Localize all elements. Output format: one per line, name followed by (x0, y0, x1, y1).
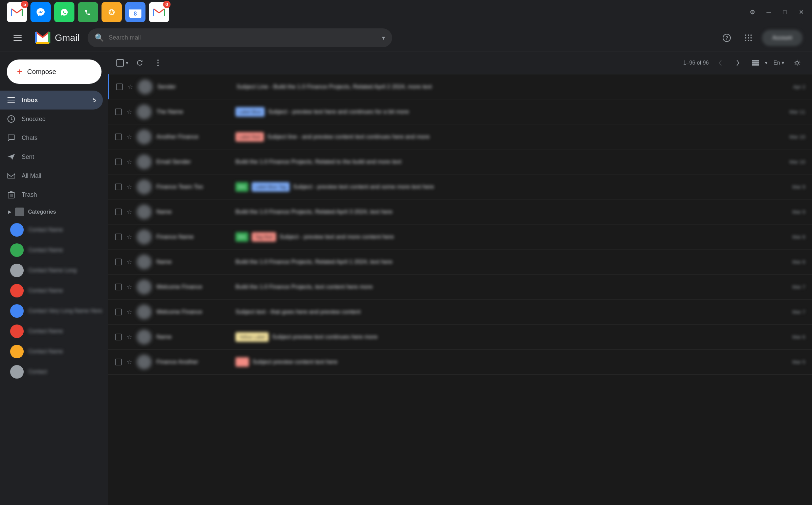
row-star[interactable]: ☆ (127, 183, 132, 191)
row-checkbox[interactable] (115, 109, 122, 115)
more-options-button[interactable] (151, 56, 165, 70)
sidebar-item-trash[interactable]: Trash (0, 185, 103, 204)
search-input[interactable] (109, 34, 377, 41)
notes-app-icon[interactable] (102, 2, 122, 22)
select-all-checkbox[interactable] (116, 59, 124, 67)
row-content: Subject Line - Build the 1.0 Finance Pro… (236, 83, 788, 90)
row-time: Mar 5 (792, 359, 805, 365)
calendar-app-icon[interactable]: 8 (125, 2, 145, 22)
contact-item-1[interactable]: Contact Name (0, 220, 108, 240)
select-all-container[interactable]: ▾ (116, 59, 128, 67)
sidebar-item-inbox[interactable]: Inbox 5 (0, 91, 103, 110)
row-subject: Subject text - that goes here and previe… (235, 309, 361, 315)
email-row[interactable]: ☆ Email Sender Build the 1.0 Finance Pro… (108, 149, 812, 174)
row-checkbox[interactable] (115, 259, 122, 265)
language-button[interactable]: En ▾ (772, 56, 786, 70)
row-avatar (137, 205, 152, 219)
categories-section[interactable]: ▶ Categories (0, 204, 108, 220)
row-checkbox[interactable] (115, 334, 122, 340)
view-toggle-button[interactable] (749, 56, 762, 70)
row-avatar (137, 255, 152, 269)
row-time: Apr 2 (793, 84, 805, 90)
sidebar-item-all-mail[interactable]: All Mail (0, 166, 103, 185)
email-row[interactable]: ☆ Name Yellow Label Subject preview text… (108, 324, 812, 350)
sidebar-item-snoozed[interactable]: Snoozed (0, 110, 103, 128)
search-bar[interactable]: 🔍 ▾ (88, 28, 392, 47)
help-button[interactable]: ? (719, 30, 735, 46)
row-star[interactable]: ☆ (127, 233, 132, 241)
row-star[interactable]: ☆ (127, 283, 132, 291)
compose-button[interactable]: + Compose (7, 59, 102, 84)
settings-button[interactable] (790, 56, 804, 70)
contact-item-4[interactable]: Contact Name (0, 281, 108, 301)
row-subject: Build the 1.0 Finance Projects, Related … (235, 259, 392, 265)
settings-control[interactable]: ⚙ (748, 8, 757, 16)
row-star[interactable]: ☆ (127, 308, 132, 316)
row-checkbox[interactable] (115, 309, 122, 315)
contact-item-2[interactable]: Contact Name (0, 240, 108, 260)
row-checkbox[interactable] (115, 134, 122, 140)
row-checkbox[interactable] (115, 359, 122, 365)
messenger-app-icon[interactable] (30, 2, 51, 22)
row-tag-green: Grn (235, 232, 248, 242)
contact-avatar-7 (10, 345, 24, 358)
email-row[interactable]: ☆ Welcome Finance Build the 1.0 Finance … (108, 274, 812, 299)
whatsapp-app-icon[interactable] (54, 2, 74, 22)
svg-rect-29 (7, 173, 15, 178)
email-row[interactable]: ☆ Finance Name Grn Tag Red Subject - pre… (108, 224, 812, 249)
sidebar-item-sent[interactable]: Sent (0, 147, 103, 166)
gmail-logo: Gmail (34, 29, 80, 47)
email-row[interactable]: ☆ Sender Subject Line - Build the 1.0 Fi… (108, 74, 812, 99)
gmail-app-icon[interactable]: 5 (7, 2, 27, 22)
row-avatar (138, 79, 153, 94)
email-row[interactable]: ☆ Finance Another Subject preview conten… (108, 350, 812, 375)
close-button[interactable]: ✕ (797, 8, 805, 16)
row-subject: Build the 1.0 Finance Projects, text con… (235, 284, 373, 290)
row-avatar (137, 129, 152, 144)
email-row[interactable]: ☆ Name Build the 1.0 Finance Projects, R… (108, 249, 812, 274)
email-row[interactable]: ☆ Name Build the 1.0 Finance Projects, R… (108, 199, 812, 224)
apps-button[interactable] (740, 30, 757, 46)
next-page-button[interactable] (732, 57, 744, 69)
select-dropdown-icon[interactable]: ▾ (126, 60, 128, 66)
row-star[interactable]: ☆ (127, 158, 132, 166)
refresh-button[interactable] (133, 56, 146, 70)
contact-item-7[interactable]: Contact Name (0, 341, 108, 362)
gmail-badge: 5 (21, 1, 28, 8)
row-checkbox[interactable] (115, 159, 122, 165)
row-star[interactable]: ☆ (127, 358, 132, 366)
contact-item-6[interactable]: Contact Name (0, 321, 108, 341)
row-avatar (137, 330, 152, 344)
row-checkbox[interactable] (116, 83, 123, 90)
account-button[interactable]: Account (762, 30, 803, 46)
gmail2-app-icon[interactable]: 0 (149, 2, 169, 22)
contact-item-5[interactable]: Contact Very Long Name Here (0, 301, 108, 321)
view-dropdown-icon[interactable]: ▾ (765, 60, 767, 66)
minimize-button[interactable]: ─ (765, 8, 773, 16)
sidebar-item-chats[interactable]: Chats (0, 128, 103, 147)
row-content: Label Red Subject line - and preview con… (235, 132, 785, 142)
row-star[interactable]: ☆ (127, 258, 132, 266)
row-star[interactable]: ☆ (127, 208, 132, 216)
row-checkbox[interactable] (115, 234, 122, 240)
row-star[interactable]: ☆ (127, 333, 132, 341)
row-star[interactable]: ☆ (128, 83, 133, 91)
email-row[interactable]: ☆ Another Finance Label Red Subject line… (108, 124, 812, 149)
email-row[interactable]: ☆ Welcome Finance Subject text - that go… (108, 299, 812, 324)
svg-rect-10 (14, 37, 22, 38)
maximize-button[interactable]: □ (781, 8, 789, 16)
row-checkbox[interactable] (115, 209, 122, 215)
prev-page-button[interactable] (714, 57, 726, 69)
row-star[interactable]: ☆ (127, 108, 132, 116)
hamburger-menu-button[interactable] (9, 30, 26, 46)
row-checkbox[interactable] (115, 184, 122, 190)
contact-item-8[interactable]: Contact (0, 362, 108, 382)
email-row[interactable]: ☆ Finance Team Too Grn Label Blue Tag Su… (108, 174, 812, 199)
contact-name-1: Contact Name (28, 227, 63, 233)
search-dropdown-icon[interactable]: ▾ (382, 34, 385, 42)
contact-item-3[interactable]: Contact Name Long (0, 260, 108, 281)
row-star[interactable]: ☆ (127, 133, 132, 141)
phone-app-icon[interactable] (78, 2, 98, 22)
email-row[interactable]: ☆ The Name Label Blue Subject - preview … (108, 99, 812, 124)
row-checkbox[interactable] (115, 284, 122, 290)
